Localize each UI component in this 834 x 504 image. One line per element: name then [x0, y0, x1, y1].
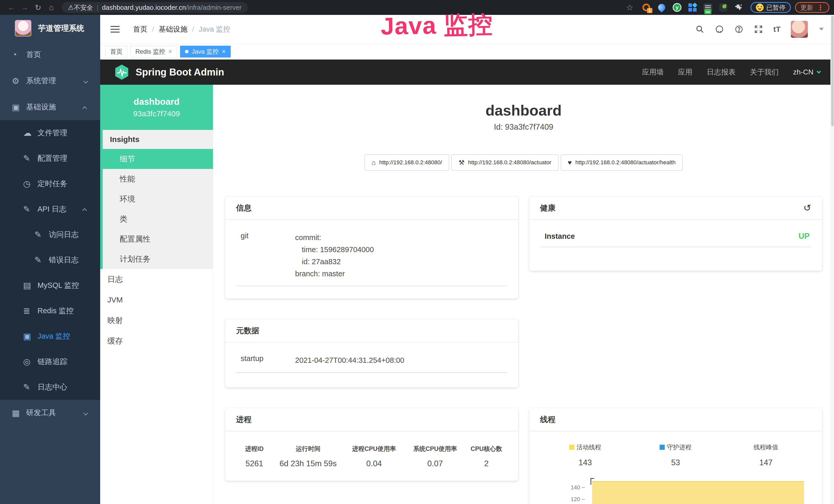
sba-nav-applications[interactable]: 应用 — [678, 67, 693, 77]
sba-nav-about[interactable]: 关于我们 — [750, 67, 779, 77]
breadcrumb-home[interactable]: 首页 — [133, 24, 148, 34]
url-host: dashboard.yudao.iocoder.cn — [102, 4, 186, 12]
instance-id: Id: 93a3fc7f7409 — [213, 122, 834, 132]
sba-item-details[interactable]: 细节 — [100, 149, 213, 169]
sba-item-caches[interactable]: 缓存 — [100, 331, 213, 351]
close-icon[interactable]: × — [168, 47, 172, 55]
sidebar-item-mysql[interactable]: ▤ MySQL 监控 — [0, 273, 100, 298]
user-menu-caret-icon[interactable] — [819, 28, 824, 30]
sidebar-item-infra[interactable]: ▣ 基础设施 — [0, 94, 100, 120]
app-title: 芋道管理系统 — [38, 23, 84, 33]
sba-language-select[interactable]: zh-CN — [793, 68, 820, 76]
legend-swatch-blue — [660, 445, 665, 450]
security-label[interactable]: 不安全 — [74, 3, 93, 12]
service-url-button[interactable]: ⌂ http://192.168.0.2:48080/ — [365, 154, 449, 171]
chevron-down-icon — [84, 409, 87, 417]
sidebar-item-home[interactable]: ◔ 首页 — [0, 42, 100, 68]
history-icon[interactable]: ↺ — [804, 203, 811, 213]
close-icon[interactable]: × — [222, 47, 226, 55]
browser-home-icon[interactable]: ⌂ — [45, 3, 58, 12]
app-logo-row[interactable]: 芋道管理系统 — [0, 15, 100, 42]
sidebar-item-redis[interactable]: ≣ Redis 监控 — [0, 298, 100, 323]
sidebar-item-job[interactable]: ◷ 定时任务 — [0, 171, 100, 197]
tab-java-monitor[interactable]: Java 监控 × — [180, 46, 231, 58]
sba-item-scheduledtasks[interactable]: 计划任务 — [103, 249, 213, 269]
extension-switch-icon[interactable]: on — [703, 2, 713, 13]
sidebar-item-errorlog[interactable]: ✎ 错误日志 — [0, 247, 100, 273]
cloud-upload-icon: ☁ — [23, 128, 38, 138]
user-avatar[interactable] — [791, 21, 808, 38]
font-size-icon[interactable]: tT — [773, 25, 781, 33]
profile-paused-chip[interactable]: 已暂停 — [750, 2, 791, 13]
sba-item-configprops[interactable]: 配置属性 — [103, 229, 213, 249]
sba-brand-title[interactable]: Spring Boot Admin — [136, 67, 224, 78]
sidebar-item-apilog[interactable]: ✎ API 日志 — [0, 197, 100, 222]
sba-item-classes[interactable]: 类 — [103, 209, 213, 229]
log-icon: ✎ — [23, 382, 38, 392]
sba-app-block[interactable]: dashboard 93a3fc7f7409 — [100, 85, 213, 130]
sidebar-item-trace[interactable]: ◎ 链路追踪 — [0, 349, 100, 374]
status-badge: UP — [798, 232, 811, 241]
sba-item-jvm[interactable]: JVM — [100, 290, 213, 310]
github-icon[interactable] — [715, 25, 724, 34]
extensions-puzzle-icon[interactable] — [733, 2, 744, 13]
fullscreen-icon[interactable] — [754, 25, 763, 34]
sba-item-metrics[interactable]: 性能 — [103, 169, 213, 189]
sba-item-logs[interactable]: 日志 — [100, 269, 213, 290]
sidebar-item-config[interactable]: ✎ 配置管理 — [0, 145, 100, 171]
health-url-button[interactable]: ♥ http://192.168.0.2:48080/actuator/heal… — [561, 154, 683, 171]
sidebar-item-accesslog[interactable]: ✎ 访问日志 — [0, 222, 100, 247]
sba-item-environment[interactable]: 环境 — [103, 189, 213, 209]
health-url: http://192.168.0.2:48080/actuator/health — [575, 159, 676, 166]
log-icon: ✎ — [23, 204, 38, 214]
stat-daemon-threads: 守护进程 53 — [630, 443, 721, 467]
extension-y-icon[interactable]: y — [672, 2, 682, 13]
sba-nav-journal[interactable]: 日志报表 — [707, 67, 736, 77]
sidebar-item-tools[interactable]: ▦ 研发工具 — [0, 400, 100, 426]
startup-row: startup 2021-04-27T00:44:31.254+08:00 — [236, 354, 507, 366]
extension-leaf-icon[interactable] — [718, 2, 728, 13]
search-icon[interactable] — [695, 25, 705, 34]
tab-home[interactable]: 首页 — [105, 46, 127, 58]
chrome-update-button[interactable]: 更新 ⋮ — [795, 2, 829, 13]
url-divider: | — [96, 4, 98, 12]
divider — [236, 285, 507, 286]
insecure-warning-icon: ⚠ — [68, 4, 74, 12]
process-col-cpu: 进程CPU使用率 0.04 — [344, 445, 404, 468]
extension-pin-icon[interactable] — [657, 2, 667, 13]
sidebar-item-file[interactable]: ☁ 文件管理 — [0, 120, 100, 145]
sba-nav-wallboard[interactable]: 应用墙 — [642, 67, 664, 77]
page-scrollbar[interactable] — [830, 15, 834, 504]
sidebar-item-label: Java 监控 — [38, 331, 70, 342]
tab-redis-monitor[interactable]: Redis 监控 × — [130, 46, 177, 58]
browser-forward-icon[interactable]: → — [18, 3, 31, 12]
scrollbar-thumb[interactable] — [831, 16, 834, 126]
sidebar-item-java[interactable]: ▣ Java 监控 — [0, 323, 100, 349]
browser-back-icon[interactable]: ← — [5, 3, 18, 12]
instance-health-row: Instance UP — [540, 232, 811, 241]
browser-reload-icon[interactable]: ↻ — [31, 3, 45, 12]
sba-item-mappings[interactable]: 映射 — [100, 310, 213, 331]
address-bar[interactable]: ⚠ 不安全 | dashboard.yudao.iocoder.cn /infr… — [62, 2, 248, 13]
stat-value: 143 — [579, 458, 592, 467]
help-icon[interactable] — [734, 25, 744, 34]
header-actions: tT — [695, 21, 824, 38]
legend-live: 活动线程 — [569, 443, 601, 451]
sba-body: dashboard 93a3fc7f7409 Insights 细节 性能 环境… — [100, 85, 834, 504]
sba-content: dashboard Id: 93a3fc7f7409 ⌂ http://192.… — [213, 85, 834, 504]
breadcrumb-infra[interactable]: 基础设施 — [159, 24, 188, 34]
sidebar-item-label: MySQL 监控 — [38, 280, 79, 291]
sidebar-collapse-icon[interactable] — [110, 26, 120, 32]
instance-label: Instance — [540, 232, 575, 240]
stat-value: 147 — [759, 458, 773, 467]
process-card: 进程 进程ID 5261 运行时间 6d 23h 15m 59s — [225, 408, 518, 481]
url-path: /infra/admin-server — [186, 4, 242, 12]
extension-orange-icon[interactable]: 1 — [641, 2, 651, 13]
chrome-menu-icon[interactable]: ⋮ — [817, 3, 824, 12]
sidebar-item-logcenter[interactable]: ✎ 日志中心 — [0, 374, 100, 400]
actuator-url-button[interactable]: ⚒ http://192.168.0.2:48080/actuator — [451, 154, 558, 171]
bookmark-star-icon[interactable]: ☆ — [626, 3, 633, 12]
extension-grid-icon[interactable] — [687, 2, 698, 13]
chevron-down-icon — [84, 77, 87, 85]
sidebar-item-system[interactable]: ⚙ 系统管理 — [0, 68, 100, 94]
